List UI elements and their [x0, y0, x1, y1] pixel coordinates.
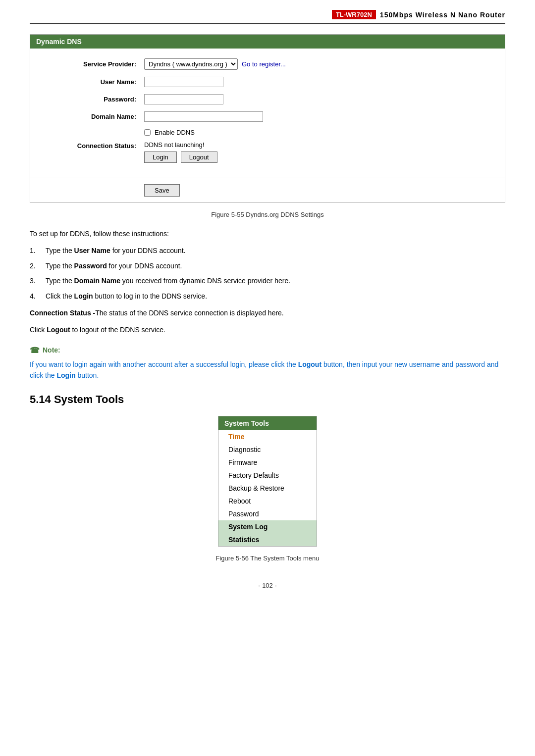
connection-status-row: Connection Status: DDNS not launching! L… [45, 141, 490, 163]
username-input[interactable] [144, 77, 223, 87]
menu-item-statistics[interactable]: Statistics [218, 533, 317, 546]
section-heading: 5.14 System Tools [30, 393, 505, 406]
login-logout-row: Login Logout [144, 151, 217, 163]
menu-item-backup-restore[interactable]: Backup & Restore [218, 482, 317, 495]
system-tools-menu-header: System Tools [218, 416, 317, 430]
domain-control [144, 111, 263, 122]
enable-ddns-row: Enable DDNS [144, 129, 490, 136]
list-item-4: 4. Click the Login button to log in to t… [30, 291, 505, 302]
save-row: Save [30, 178, 505, 202]
domain-row: Domain Name: [45, 111, 490, 122]
domain-label: Domain Name: [45, 113, 144, 120]
list-item-3: 3. Type the Domain Name you received fro… [30, 275, 505, 286]
note-text: If you want to login again with another … [30, 359, 505, 381]
figure-55-caption: Figure 5-55 Dyndns.org DDNS Settings [30, 211, 505, 218]
menu-item-system-log[interactable]: System Log [218, 520, 317, 533]
connection-status-value-area: DDNS not launching! Login Logout [144, 141, 217, 163]
list-num-4: 4. [30, 291, 42, 302]
model-label: TL-WR702N [332, 10, 376, 19]
domain-input[interactable] [144, 111, 263, 122]
page-header: TL-WR702N 150Mbps Wireless N Nano Router [30, 10, 505, 24]
username-label: User Name: [45, 78, 144, 86]
connection-status-text: DDNS not launching! [144, 141, 217, 149]
list-num-3: 3. [30, 275, 42, 286]
figure-56-caption: Figure 5-56 The System Tools menu [30, 554, 505, 562]
system-tools-menu: System Tools Time Diagnostic Firmware Fa… [218, 416, 317, 547]
note-section: ☎ Note: If you want to login again with … [30, 346, 505, 381]
menu-item-time[interactable]: Time [218, 430, 317, 443]
instructions-intro: To set up for DDNS, follow these instruc… [30, 228, 505, 239]
dynamic-dns-box: Dynamic DNS Service Provider: Dyndns ( w… [30, 34, 505, 203]
list-text-2: Type the Password for your DDNS account. [46, 260, 182, 271]
list-num-2: 2. [30, 260, 42, 271]
password-label: Password: [45, 96, 144, 103]
enable-ddns-checkbox[interactable] [144, 129, 151, 136]
menu-item-reboot[interactable]: Reboot [218, 495, 317, 507]
menu-item-firmware[interactable]: Firmware [218, 456, 317, 469]
go-to-register-link[interactable]: Go to register... [242, 60, 286, 68]
username-row: User Name: [45, 77, 490, 87]
save-button[interactable]: Save [144, 184, 180, 197]
service-provider-select[interactable]: Dyndns ( www.dyndns.org ) [144, 58, 238, 70]
list-text-1: Type the User Name for your DDNS account… [46, 245, 185, 256]
service-provider-row: Service Provider: Dyndns ( www.dyndns.or… [45, 58, 490, 70]
dns-box-content: Service Provider: Dyndns ( www.dyndns.or… [30, 49, 505, 178]
list-item-2: 2. Type the Password for your DDNS accou… [30, 260, 505, 271]
note-icon: ☎ [30, 346, 40, 355]
connection-status-label: Connection Status: [45, 141, 144, 150]
password-control [144, 94, 223, 104]
dns-box-title: Dynamic DNS [30, 35, 505, 49]
enable-ddns-label: Enable DDNS [155, 129, 195, 136]
list-item-1: 1. Type the User Name for your DDNS acco… [30, 245, 505, 256]
list-text-3: Type the Domain Name you received from d… [46, 275, 290, 286]
service-provider-label: Service Provider: [45, 60, 144, 68]
list-num-1: 1. [30, 245, 42, 256]
connection-status-desc: Connection Status -The status of the DDN… [30, 307, 505, 318]
page-number: - 102 - [30, 582, 505, 589]
menu-item-factory-defaults[interactable]: Factory Defaults [218, 469, 317, 482]
menu-item-diagnostic[interactable]: Diagnostic [218, 443, 317, 456]
login-button[interactable]: Login [144, 151, 177, 163]
logout-desc: Click Logout to logout of the DDNS servi… [30, 324, 505, 335]
logout-button[interactable]: Logout [181, 151, 217, 163]
password-input[interactable] [144, 94, 223, 104]
password-row: Password: [45, 94, 490, 104]
note-title: ☎ Note: [30, 346, 505, 355]
service-provider-control: Dyndns ( www.dyndns.org ) Go to register… [144, 58, 286, 70]
menu-item-password[interactable]: Password [218, 507, 317, 520]
router-description: 150Mbps Wireless N Nano Router [380, 11, 505, 19]
list-text-4: Click the Login button to log in to the … [46, 291, 207, 302]
username-control [144, 77, 223, 87]
